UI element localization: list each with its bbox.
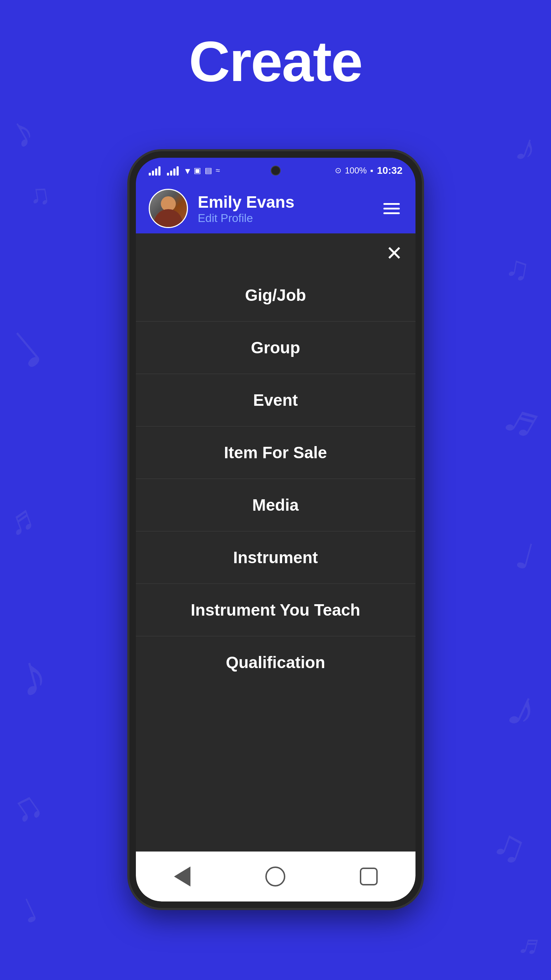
- app-header: Emily Evans Edit Profile: [136, 183, 416, 234]
- edit-profile-link[interactable]: Edit Profile: [198, 212, 370, 225]
- recents-button[interactable]: [356, 864, 381, 889]
- recents-icon: [360, 868, 378, 885]
- location-icon: ⊙: [335, 166, 341, 175]
- clock: 10:32: [377, 165, 403, 176]
- home-button[interactable]: [263, 864, 288, 889]
- signal-icon: [149, 165, 160, 176]
- battery-status-icon: ▣: [194, 166, 201, 175]
- page-title: Create: [189, 29, 362, 94]
- menu-item-instrument[interactable]: Instrument: [136, 531, 416, 584]
- menu-items-list: Gig/Job Group Event Item For Sale Media …: [136, 269, 416, 851]
- phone-frame: ▾ ▣ ▤ ≈ ⊙ 100% ▪ 10:32 Emily Evans Edit …: [129, 151, 422, 908]
- close-button[interactable]: ✕: [386, 243, 403, 263]
- sd-card-icon: ▤: [205, 166, 212, 175]
- bottom-nav: [136, 851, 416, 902]
- hamburger-line-1: [383, 203, 400, 205]
- menu-item-item-for-sale[interactable]: Item For Sale: [136, 426, 416, 479]
- battery-percent: 100%: [345, 165, 367, 176]
- menu-content: ✕ Gig/Job Group Event Item For Sale Medi…: [136, 234, 416, 851]
- user-info: Emily Evans Edit Profile: [198, 192, 370, 225]
- menu-item-group[interactable]: Group: [136, 321, 416, 374]
- wifi-icon: ▾: [185, 165, 190, 177]
- menu-item-qualification[interactable]: Qualification: [136, 636, 416, 689]
- user-name: Emily Evans: [198, 192, 370, 212]
- misc-icon: ≈: [216, 166, 220, 175]
- hamburger-button[interactable]: [381, 200, 403, 217]
- status-bar-left: ▾ ▣ ▤ ≈: [149, 165, 220, 177]
- home-icon: [265, 867, 285, 886]
- signal-icon-2: [167, 165, 179, 176]
- camera-dot: [271, 165, 281, 176]
- menu-item-instrument-you-teach[interactable]: Instrument You Teach: [136, 584, 416, 636]
- status-bar-right: ⊙ 100% ▪ 10:32: [335, 165, 403, 176]
- avatar-image: [150, 190, 187, 227]
- hamburger-line-3: [383, 212, 400, 214]
- menu-item-event[interactable]: Event: [136, 374, 416, 426]
- hamburger-line-2: [383, 208, 400, 210]
- menu-item-media[interactable]: Media: [136, 479, 416, 531]
- menu-item-gig-job[interactable]: Gig/Job: [136, 269, 416, 321]
- back-icon: [174, 867, 191, 886]
- avatar: [149, 189, 188, 228]
- back-button[interactable]: [170, 864, 195, 889]
- battery-icon: ▪: [370, 165, 373, 176]
